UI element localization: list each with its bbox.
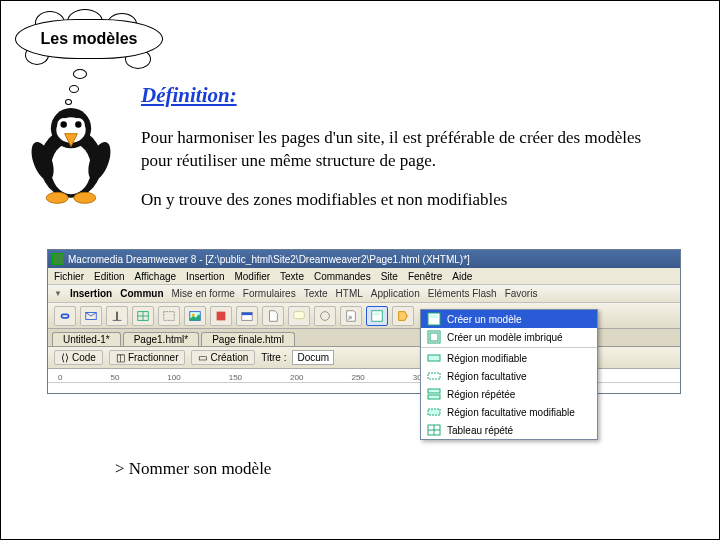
svg-rect-25 (294, 311, 305, 318)
date-icon[interactable] (236, 306, 258, 326)
dw-title: Macromedia Dreamweaver 8 - [Z:\public_ht… (68, 254, 470, 265)
svg-point-5 (60, 121, 66, 127)
insert-label: Insertion (70, 288, 112, 299)
dropdown-item-repeating-region[interactable]: Région répétée (421, 385, 597, 403)
collapse-triangle-icon[interactable]: ▼ (54, 289, 62, 298)
repeating-table-icon (427, 423, 441, 437)
div-icon[interactable] (158, 306, 180, 326)
split-icon: ◫ (116, 352, 125, 363)
menu-item[interactable]: Affichage (135, 271, 177, 282)
repeating-region-icon (427, 387, 441, 401)
optional-region-icon (427, 369, 441, 383)
nested-template-icon (427, 330, 441, 344)
thought-cloud: Les modèles (15, 19, 175, 63)
head-tag-icon[interactable] (314, 306, 336, 326)
svg-rect-34 (428, 355, 440, 361)
svg-text:js: js (347, 313, 352, 319)
document-tab[interactable]: Page1.html* (123, 332, 199, 346)
cloud-title: Les modèles (15, 19, 163, 59)
dropdown-item-nested-template[interactable]: Créer un modèle imbriqué (421, 328, 597, 346)
definition-heading: Définition: (141, 81, 669, 109)
dreamweaver-window: Macromedia Dreamweaver 8 - [Z:\public_ht… (47, 249, 681, 394)
comment-icon[interactable] (288, 306, 310, 326)
svg-rect-36 (428, 389, 440, 393)
media-icon[interactable] (210, 306, 232, 326)
table-icon[interactable] (132, 306, 154, 326)
svg-rect-19 (164, 311, 175, 320)
menu-item[interactable]: Aide (452, 271, 472, 282)
menu-item[interactable]: Fenêtre (408, 271, 442, 282)
tag-chooser-icon[interactable] (392, 306, 414, 326)
templates-icon[interactable] (366, 306, 388, 326)
insert-category[interactable]: Favoris (505, 288, 538, 299)
split-view-button[interactable]: ◫Fractionner (109, 350, 186, 365)
dropdown-item-optional-region[interactable]: Région facultative (421, 367, 597, 385)
insert-category[interactable]: Application (371, 288, 420, 299)
template-icon (427, 312, 441, 326)
penguin-illustration (19, 97, 123, 207)
image-icon[interactable] (184, 306, 206, 326)
dropdown-item-editable-region[interactable]: Région modifiable (421, 349, 597, 367)
svg-rect-31 (430, 315, 438, 318)
paragraph-2: On y trouve des zones modifiables et non… (141, 189, 669, 212)
dropdown-item-editable-optional-region[interactable]: Région facultative modifiable (421, 403, 597, 421)
dreamweaver-app-icon (52, 253, 64, 265)
email-link-icon[interactable] (80, 306, 102, 326)
script-icon[interactable]: js (340, 306, 362, 326)
insert-category[interactable]: Mise en forme (172, 288, 235, 299)
svg-rect-35 (428, 373, 440, 379)
design-icon: ▭ (198, 352, 207, 363)
code-icon: ⟨⟩ (61, 352, 69, 363)
svg-rect-38 (428, 409, 440, 415)
svg-point-7 (75, 121, 81, 127)
svg-rect-15 (116, 311, 118, 320)
svg-point-26 (321, 311, 330, 320)
dw-insert-bar: ▼ Insertion Commun Mise en forme Formula… (48, 285, 680, 303)
menu-item[interactable]: Insertion (186, 271, 224, 282)
insert-category[interactable]: Commun (120, 288, 163, 299)
svg-point-1 (51, 143, 91, 194)
document-tab[interactable]: Untitled-1* (52, 332, 121, 346)
insert-category[interactable]: HTML (336, 288, 363, 299)
dw-menubar: Fichier Edition Affichage Insertion Modi… (48, 268, 680, 285)
dropdown-item-repeating-table[interactable]: Tableau répété (421, 421, 597, 439)
insert-category[interactable]: Eléments Flash (428, 288, 497, 299)
svg-point-12 (74, 192, 96, 203)
svg-rect-37 (428, 395, 440, 399)
menu-item[interactable]: Site (381, 271, 398, 282)
menu-item[interactable]: Edition (94, 271, 125, 282)
anchor-icon[interactable] (106, 306, 128, 326)
title-label: Titre : (261, 352, 286, 363)
editable-region-icon (427, 351, 441, 365)
templates-dropdown: Créer un modèle Créer un modèle imbriqué… (420, 309, 598, 440)
hyperlink-icon[interactable] (54, 306, 76, 326)
menu-item[interactable]: Modifier (234, 271, 270, 282)
menu-item[interactable]: Commandes (314, 271, 371, 282)
svg-rect-24 (242, 312, 253, 315)
insert-category[interactable]: Texte (304, 288, 328, 299)
svg-rect-22 (217, 311, 226, 320)
menu-item[interactable]: Fichier (54, 271, 84, 282)
server-include-icon[interactable] (262, 306, 284, 326)
title-field[interactable]: Docum (292, 350, 334, 365)
editable-optional-region-icon (427, 405, 441, 419)
svg-rect-29 (374, 312, 381, 315)
dropdown-item-create-template[interactable]: Créer un modèle (421, 310, 597, 328)
paragraph-1: Pour harmoniser les pages d'un site, il … (141, 127, 669, 173)
dw-titlebar: Macromedia Dreamweaver 8 - [Z:\public_ht… (48, 250, 680, 268)
svg-point-11 (46, 192, 68, 203)
design-view-button[interactable]: ▭Création (191, 350, 255, 365)
svg-rect-30 (428, 313, 440, 325)
svg-rect-28 (372, 310, 383, 321)
code-view-button[interactable]: ⟨⟩Code (54, 350, 103, 365)
footer-instruction: > Nommer son modèle (115, 459, 271, 479)
content-column: Définition: Pour harmoniser les pages d'… (141, 81, 669, 228)
menu-item[interactable]: Texte (280, 271, 304, 282)
document-tab[interactable]: Page finale.html (201, 332, 295, 346)
insert-category[interactable]: Formulaires (243, 288, 296, 299)
dropdown-separator (421, 347, 597, 348)
